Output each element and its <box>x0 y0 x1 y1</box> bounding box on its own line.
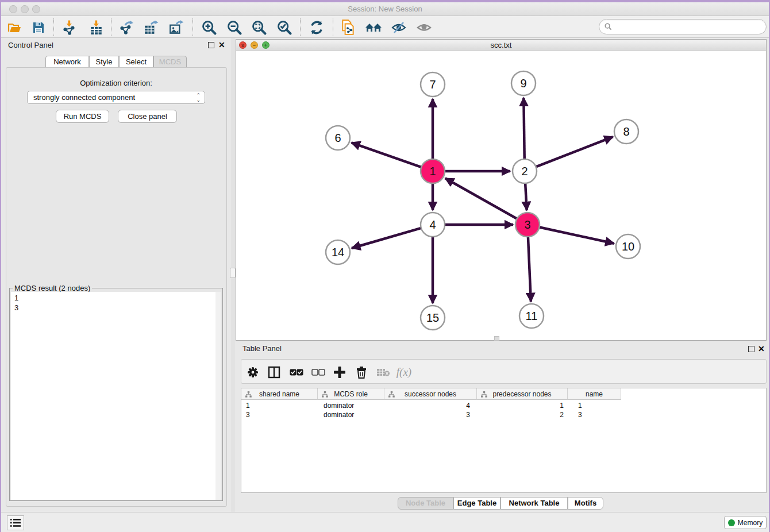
graph-edge-2-3[interactable] <box>525 182 527 210</box>
network-maximize-icon[interactable]: + <box>262 41 270 49</box>
tab-network-table[interactable]: Network Table <box>500 497 568 510</box>
first-neighbors-icon[interactable] <box>365 20 382 35</box>
delete-table-icon <box>375 364 392 380</box>
close-window-button[interactable] <box>9 5 17 13</box>
tab-select[interactable]: Select <box>119 56 153 68</box>
graph-edge-3-10[interactable] <box>538 227 614 244</box>
tab-edge-table[interactable]: Edge Table <box>453 497 500 510</box>
table-cell[interactable]: 4 <box>384 401 470 410</box>
graph-node-label: 6 <box>334 132 341 144</box>
main-toolbar <box>1 16 769 38</box>
export-network-icon[interactable] <box>118 20 135 35</box>
list-icon <box>10 519 21 527</box>
tab-motifs[interactable]: Motifs <box>568 497 603 510</box>
column-namespace-icon <box>245 391 252 398</box>
graph-node-label: 14 <box>332 246 344 259</box>
mcds-result-groupbox: MCDS result (2 nodes) 1 3 <box>9 288 223 501</box>
close-panel-button[interactable]: Close panel <box>118 110 177 123</box>
graph-node-label: 1 <box>429 165 436 178</box>
graph-node-label: 10 <box>622 240 634 253</box>
table-toolbar: f(x) <box>241 359 767 384</box>
search-input[interactable] <box>615 22 766 31</box>
split-view-icon[interactable] <box>265 364 283 380</box>
column-header-successor-nodes[interactable]: successor nodes <box>384 388 477 400</box>
graph-node-label: 2 <box>521 165 528 178</box>
result-scrollbar[interactable] <box>215 292 221 500</box>
deselect-all-checkboxes-icon[interactable] <box>310 364 327 380</box>
table-cell[interactable]: dominator <box>324 401 381 410</box>
memory-button[interactable]: Memory <box>724 516 767 529</box>
graph-edge-1-6[interactable] <box>352 142 422 167</box>
search-field[interactable] <box>599 19 767 34</box>
save-session-icon[interactable] <box>30 20 47 35</box>
zoom-in-icon[interactable] <box>201 20 218 35</box>
graph-edge-2-9[interactable] <box>523 98 524 160</box>
network-window-titlebar[interactable]: x − + scc.txt <box>236 40 766 51</box>
table-panel-close-icon[interactable]: ✕ <box>758 344 765 353</box>
add-column-icon[interactable] <box>331 364 348 380</box>
node-table[interactable]: shared name MCDS role successor nodes pr… <box>241 388 767 493</box>
export-image-icon[interactable] <box>168 20 185 35</box>
clone-network-icon[interactable] <box>340 20 357 35</box>
import-table-icon[interactable] <box>87 20 105 35</box>
graph-edge-4-14[interactable] <box>352 228 422 248</box>
vertical-splitter-handle[interactable] <box>230 268 236 278</box>
zoom-fit-icon[interactable] <box>251 20 268 35</box>
table-cell[interactable]: 1 <box>246 401 315 410</box>
tab-network[interactable]: Network <box>45 56 89 68</box>
table-cell[interactable]: 2 <box>477 410 564 419</box>
table-cell[interactable]: 1 <box>477 401 564 410</box>
column-namespace-icon <box>322 391 328 398</box>
graph-edge-3-11[interactable] <box>528 236 531 302</box>
column-namespace-icon <box>388 391 395 398</box>
optimization-criterion-select[interactable]: strongly connected component ⌃⌄ <box>27 91 205 104</box>
run-mcds-button[interactable]: Run MCDS <box>56 110 109 123</box>
optimization-criterion-label: Optimization criterion: <box>1 79 231 87</box>
export-table-icon[interactable] <box>143 20 160 35</box>
control-panel-close-icon[interactable]: ✕ <box>218 40 225 49</box>
zoom-selected-icon[interactable] <box>276 20 293 35</box>
search-icon <box>605 23 612 30</box>
table-settings-icon[interactable] <box>244 364 261 380</box>
tab-node-table[interactable]: Node Table <box>398 497 453 510</box>
table-cell[interactable]: 3 <box>384 410 470 419</box>
hide-selected-icon[interactable] <box>390 20 407 35</box>
horizontal-splitter-handle[interactable] <box>494 336 499 341</box>
column-header-predecessor-nodes[interactable]: predecessor nodes <box>477 388 568 400</box>
graph-edge-3-1[interactable] <box>445 178 518 219</box>
table-panel-float-icon[interactable] <box>748 346 754 352</box>
mcds-result-text[interactable]: 1 3 <box>11 292 217 500</box>
import-network-icon[interactable] <box>60 20 78 35</box>
apply-layout-icon[interactable] <box>308 20 325 35</box>
select-all-checkboxes-icon[interactable] <box>288 364 305 380</box>
zoom-out-icon[interactable] <box>226 20 243 35</box>
network-minimize-icon[interactable]: − <box>251 41 258 49</box>
show-all-icon[interactable] <box>415 20 433 35</box>
graph-edge-2-8[interactable] <box>535 137 613 167</box>
column-header-mcds-role[interactable]: MCDS role <box>318 388 384 400</box>
task-history-button[interactable] <box>7 515 24 530</box>
open-file-icon[interactable] <box>6 20 23 35</box>
memory-label: Memory <box>738 519 763 527</box>
tab-style[interactable]: Style <box>89 56 119 68</box>
column-header-shared-name[interactable]: shared name <box>241 388 318 400</box>
column-header-name[interactable]: name <box>568 388 621 400</box>
graph-node-label: 3 <box>524 218 530 231</box>
network-graph[interactable]: 7968124314101511 <box>236 51 766 340</box>
toolbar-separator <box>333 18 333 36</box>
network-close-icon[interactable]: x <box>239 41 247 49</box>
control-panel-float-icon[interactable] <box>208 42 214 48</box>
main-titlebar[interactable]: Session: New Session <box>1 2 769 16</box>
table-cell[interactable]: 1 <box>578 401 618 410</box>
select-stepper-icon: ⌃⌄ <box>196 93 201 102</box>
tab-mcds[interactable]: MCDS <box>153 56 187 68</box>
table-cell[interactable]: 3 <box>246 410 315 419</box>
maximize-window-button[interactable] <box>32 5 40 13</box>
delete-column-icon[interactable] <box>353 364 370 380</box>
network-canvas[interactable]: 7968124314101511 <box>236 51 766 340</box>
mcds-result-title: MCDS result (2 nodes) <box>13 284 92 292</box>
minimize-window-button[interactable] <box>21 5 29 13</box>
table-cell[interactable]: 3 <box>578 410 618 419</box>
graph-node-label: 7 <box>429 78 436 91</box>
table-cell[interactable]: dominator <box>324 410 381 419</box>
